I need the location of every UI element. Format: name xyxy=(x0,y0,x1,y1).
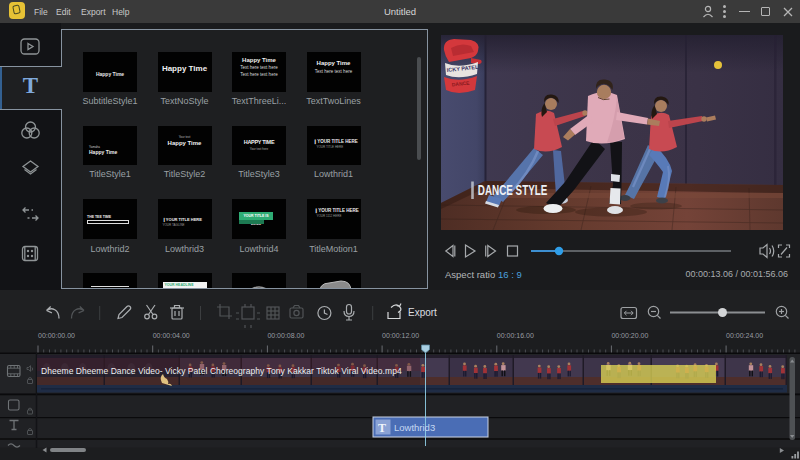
svg-text:T: T xyxy=(378,421,386,435)
svg-text:DANCE STYLE: DANCE STYLE xyxy=(478,181,548,198)
